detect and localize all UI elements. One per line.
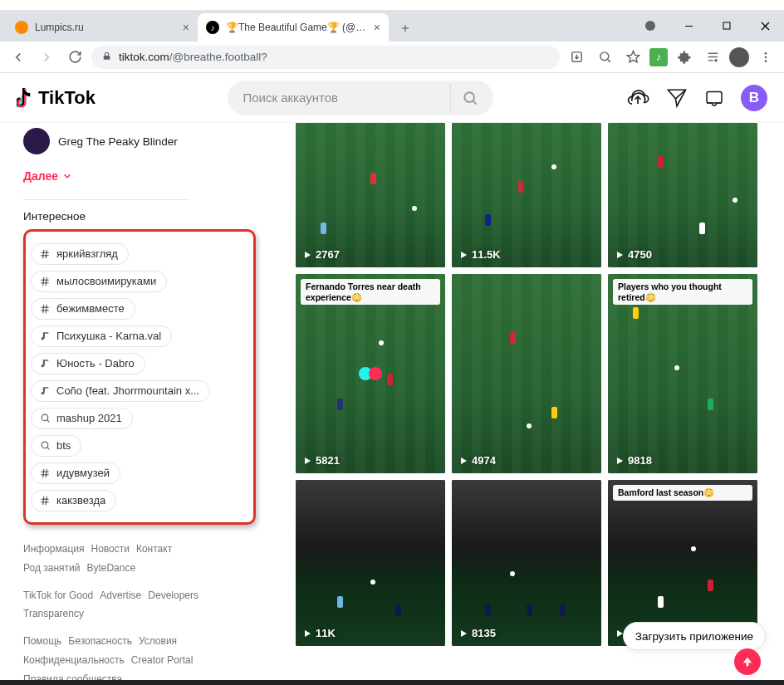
svg-line-27 <box>43 249 44 258</box>
discover-chip[interactable]: Психушка - Karna.val <box>31 325 172 347</box>
suggested-account[interactable]: Greg The Peaky Blinder <box>23 123 282 159</box>
extension-music-icon[interactable]: ♪ <box>649 48 668 66</box>
view-count: 5821 <box>302 454 340 467</box>
address-bar[interactable]: tiktok.com/@breathe.football? <box>91 46 560 69</box>
discover-chip[interactable]: яркийвзгляд <box>31 243 129 265</box>
svg-point-16 <box>714 60 716 61</box>
svg-marker-57 <box>617 630 623 637</box>
view-count: 2767 <box>302 248 340 261</box>
extension-icon[interactable] <box>701 46 724 69</box>
browser-toolbar: tiktok.com/@breathe.football? ♪ <box>0 42 784 73</box>
discover-chip[interactable]: mashup 2021 <box>31 408 133 429</box>
video-thumbnail[interactable]: 2767 <box>296 123 445 267</box>
browser-tab[interactable]: ♪ 🏆The Beautiful Game🏆 (@brea × <box>198 13 389 42</box>
svg-line-43 <box>43 468 44 477</box>
upload-button[interactable] <box>626 86 649 110</box>
svg-marker-56 <box>461 630 467 637</box>
chip-label: Юность - Dabro <box>56 357 135 369</box>
video-thumbnail[interactable]: 11.5K <box>452 123 601 267</box>
svg-point-18 <box>765 56 767 58</box>
footer-link[interactable]: Transparency <box>23 608 84 619</box>
svg-point-10 <box>600 52 608 61</box>
footer-link[interactable]: Advertise <box>100 590 141 601</box>
tiktok-header: TikTok В <box>0 73 784 123</box>
menu-icon[interactable] <box>754 46 777 69</box>
tiktok-logo[interactable]: TikTok <box>17 86 96 110</box>
svg-marker-12 <box>627 51 639 61</box>
video-thumbnail[interactable]: 4974 <box>452 274 601 473</box>
svg-marker-54 <box>617 457 623 464</box>
tab-title: 🏆The Beautiful Game🏆 (@brea <box>226 22 369 33</box>
close-window-button[interactable] <box>746 13 784 38</box>
view-count: 9818 <box>615 454 652 467</box>
url-domain: tiktok.com <box>119 51 169 63</box>
footer-link[interactable]: ByteDance <box>86 562 135 574</box>
video-thumbnail[interactable]: Bamford last season😳 7181 <box>608 480 757 646</box>
discover-chip[interactable]: бежимвместе <box>31 298 135 320</box>
chip-label: какзвезда <box>56 494 105 506</box>
maximize-button[interactable] <box>708 13 746 38</box>
install-icon[interactable] <box>565 46 588 69</box>
chip-label: Coño (feat. Jhorrmountain x... <box>56 384 199 397</box>
footer-link[interactable]: Информация <box>23 543 84 555</box>
search-input[interactable] <box>243 91 450 105</box>
discover-chip[interactable]: bts <box>31 435 81 457</box>
discover-chip[interactable]: мылосвоимируками <box>31 271 167 292</box>
svg-point-20 <box>464 92 474 102</box>
footer-link[interactable]: Условия <box>139 635 177 647</box>
svg-line-40 <box>47 448 49 450</box>
video-thumbnail[interactable]: 4750 <box>608 123 757 267</box>
discover-chip[interactable]: Юность - Dabro <box>31 353 145 374</box>
footer-link[interactable]: Developers <box>148 590 198 601</box>
footer-link[interactable]: Новости <box>91 543 129 555</box>
search-button[interactable] <box>450 84 488 112</box>
search-bar <box>228 81 493 115</box>
back-button[interactable] <box>7 46 30 69</box>
chip-label: мылосвоимируками <box>56 275 156 287</box>
hash-icon <box>38 276 51 287</box>
footer-link[interactable]: Правила сообщества <box>23 673 122 680</box>
video-thumbnail[interactable]: 11K <box>296 480 445 646</box>
close-icon[interactable]: × <box>183 21 189 34</box>
close-icon[interactable]: × <box>374 21 380 34</box>
extensions-icon[interactable] <box>673 46 696 69</box>
thumbnail-image <box>296 480 445 646</box>
user-avatar[interactable]: В <box>741 85 767 111</box>
svg-line-35 <box>43 304 44 313</box>
download-app-button[interactable]: Загрузить приложение <box>623 622 766 650</box>
see-more-link[interactable]: Далее <box>23 159 282 196</box>
zoom-icon[interactable] <box>593 46 616 69</box>
footer-link[interactable]: Род занятий <box>23 562 80 574</box>
music-icon <box>38 385 51 396</box>
minimize-button[interactable] <box>669 13 708 38</box>
account-avatar <box>23 128 50 154</box>
footer-link[interactable]: Конфиденциальность <box>23 654 125 666</box>
scroll-top-button[interactable] <box>734 648 761 675</box>
svg-marker-49 <box>305 252 311 258</box>
footer-link[interactable]: Помощь <box>23 635 61 647</box>
svg-line-28 <box>46 249 47 258</box>
logo-text: TikTok <box>38 87 96 109</box>
footer-link[interactable]: Контакт <box>136 543 172 555</box>
svg-marker-55 <box>305 630 311 637</box>
discover-chip[interactable]: идувмузей <box>31 462 120 484</box>
discover-chip[interactable]: какзвезда <box>31 490 116 511</box>
bookmark-icon[interactable] <box>621 46 644 69</box>
browser-tab[interactable]: Lumpics.ru × <box>7 13 198 42</box>
discover-chip[interactable]: Coño (feat. Jhorrmountain x... <box>31 380 210 402</box>
profile-avatar[interactable] <box>729 47 749 67</box>
see-more-label: Далее <box>23 169 58 183</box>
messages-button[interactable] <box>666 87 688 109</box>
footer-link[interactable]: Безопасность <box>68 635 132 647</box>
reload-button[interactable] <box>63 46 86 69</box>
footer-link[interactable]: Creator Portal <box>131 654 194 666</box>
video-thumbnail[interactable]: 8135 <box>452 480 601 646</box>
forward-button[interactable] <box>35 46 58 69</box>
footer-link[interactable]: TikTok for Good <box>23 590 93 601</box>
video-thumbnail[interactable]: Fernando Torres near death experience😳 5… <box>296 274 445 473</box>
svg-line-31 <box>43 276 44 286</box>
video-thumbnail[interactable]: Players who you thought retired😳 9818 <box>608 274 757 473</box>
new-tab-button[interactable] <box>394 17 417 40</box>
inbox-button[interactable] <box>704 88 724 108</box>
sidebar: Greg The Peaky Blinder Далее Интересное … <box>0 123 296 680</box>
